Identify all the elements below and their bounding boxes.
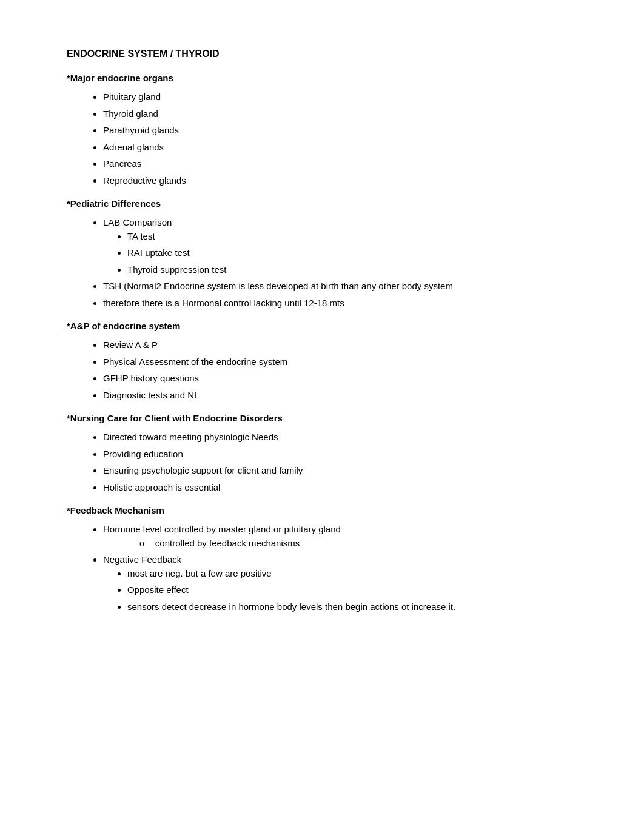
list-item: therefore there is a Hormonal control la… [103,297,577,310]
pediatric-differences-section: *Pediatric Differences LAB Comparison TA… [67,198,577,310]
feedback-sublist-o: controlled by feedback mechanisms [139,537,577,551]
pediatric-differences-heading: *Pediatric Differences [67,198,577,209]
page-title: ENDOCRINE SYSTEM / THYROID [67,49,577,59]
list-item: Thyroid gland [103,107,577,121]
list-item: Hormone level controlled by master gland… [103,523,577,550]
list-item: Pituitary gland [103,90,577,104]
list-item: LAB Comparison TA test RAI uptake test T… [103,216,577,277]
list-item: TSH (Normal2 Endocrine system is less de… [103,280,577,293]
list-item: Thyroid suppression test [127,263,577,277]
list-item: sensors detect decrease in hormone body … [127,600,577,614]
negative-feedback-sublist: most are neg. but a few are positive Opp… [127,567,577,614]
major-endocrine-organs-list: Pituitary gland Thyroid gland Parathyroi… [103,90,577,187]
list-item: Diagnostic tests and NI [103,389,577,403]
ap-endocrine-section: *A&P of endocrine system Review A & P Ph… [67,321,577,402]
list-item: Review A & P [103,338,577,352]
feedback-mechanism-list: Hormone level controlled by master gland… [103,523,577,614]
list-item: TA test [127,230,577,244]
ap-endocrine-heading: *A&P of endocrine system [67,321,577,331]
list-item: Providing education [103,448,577,461]
major-endocrine-organs-section: *Major endocrine organs Pituitary gland … [67,73,577,187]
nursing-care-section: *Nursing Care for Client with Endocrine … [67,413,577,494]
list-item: Ensuring psychologic support for client … [103,464,577,478]
feedback-mechanism-section: *Feedback Mechanism Hormone level contro… [67,505,577,614]
list-item: Physical Assessment of the endocrine sys… [103,355,577,369]
list-item: Pancreas [103,157,577,171]
list-item: Opposite effect [127,583,577,597]
list-item: controlled by feedback mechanisms [139,537,577,551]
list-item: Parathyroid glands [103,124,577,138]
list-item: Directed toward meeting physiologic Need… [103,431,577,444]
list-item: GFHP history questions [103,372,577,386]
lab-comparison-sublist: TA test RAI uptake test Thyroid suppress… [127,230,577,277]
feedback-mechanism-heading: *Feedback Mechanism [67,505,577,515]
list-item: Negative Feedback most are neg. but a fe… [103,553,577,614]
list-item: Holistic approach is essential [103,481,577,495]
nursing-care-heading: *Nursing Care for Client with Endocrine … [67,413,577,423]
list-item: most are neg. but a few are positive [127,567,577,581]
major-endocrine-organs-heading: *Major endocrine organs [67,73,577,83]
nursing-care-list: Directed toward meeting physiologic Need… [103,431,577,494]
ap-endocrine-list: Review A & P Physical Assessment of the … [103,338,577,402]
list-item: RAI uptake test [127,246,577,260]
pediatric-differences-list: LAB Comparison TA test RAI uptake test T… [103,216,577,310]
list-item: Adrenal glands [103,141,577,155]
list-item: Reproductive glands [103,174,577,188]
